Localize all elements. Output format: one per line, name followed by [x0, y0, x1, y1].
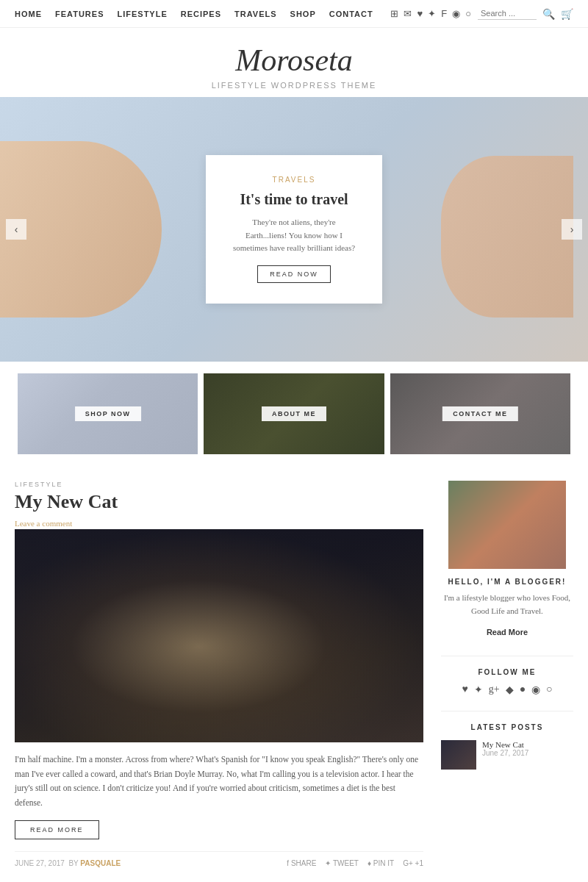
shop-thumb-label: SHOP NOW: [75, 406, 141, 421]
nav-links: HOME FEATURES LIFESTYLE RECIPES TRAVELS …: [15, 10, 373, 18]
share-pinterest[interactable]: ♦ PIN IT: [368, 859, 394, 867]
post-by: BY: [68, 859, 78, 867]
follow-gplus-icon[interactable]: g+: [489, 684, 500, 696]
nav-travels[interactable]: TRAVELS: [234, 10, 277, 18]
instagram-icon[interactable]: ◉: [452, 8, 461, 19]
facebook-icon[interactable]: f: [441, 8, 448, 19]
nav-home[interactable]: HOME: [15, 10, 42, 18]
shop-thumb[interactable]: SHOP NOW: [18, 373, 198, 454]
slider-prev-button[interactable]: ‹: [6, 219, 26, 240]
sidebar-photo: [448, 481, 566, 569]
post-meta: JUNE 27, 2017 BY PASQUALE f SHARE ✦ TWEE…: [15, 851, 423, 867]
site-title: Moroseta: [0, 43, 588, 78]
latest-post-title: My New Cat: [482, 740, 528, 749]
post-comment-link[interactable]: Leave a comment: [15, 519, 72, 528]
latest-post-thumb: [441, 740, 476, 770]
hero-hand-right: [441, 156, 573, 318]
search-button[interactable]: 🔍: [542, 8, 555, 20]
nav-lifestyle[interactable]: LIFESTYLE: [117, 10, 167, 18]
heart-icon[interactable]: ♥: [417, 8, 423, 19]
nav-shop[interactable]: SHOP: [290, 10, 316, 18]
follow-pinterest-icon[interactable]: ◆: [506, 684, 514, 696]
social-icons: ⊞ ✉ ♥ ✦ f ◉ ○: [390, 8, 472, 19]
sidebar-latest: LATEST POSTS My New Cat June 27, 2017: [441, 723, 573, 770]
main-nav: HOME FEATURES LIFESTYLE RECIPES TRAVELS …: [0, 0, 588, 28]
follow-instagram-icon[interactable]: ◉: [531, 684, 540, 696]
post-image: [15, 529, 423, 742]
about-thumb[interactable]: ABOUT ME: [204, 373, 384, 454]
main-area: LIFESTYLE My New Cat Leave a comment I'm…: [0, 466, 588, 867]
sidebar-latest-title: LATEST POSTS: [441, 723, 573, 731]
contact-thumb[interactable]: CONTACT ME: [390, 373, 570, 454]
sidebar-read-more-link[interactable]: Read More: [487, 628, 528, 637]
share-facebook[interactable]: f SHARE: [287, 859, 316, 867]
share-twitter[interactable]: ✦ TWEET: [325, 859, 359, 867]
follow-circle-icon[interactable]: ●: [520, 684, 526, 696]
sidebar-hello: HELLO, I'M A BLOGGER!: [441, 578, 573, 586]
about-thumb-label: ABOUT ME: [262, 406, 326, 421]
nav-contact[interactable]: CONTACT: [329, 10, 373, 18]
sidebar-divider-2: [441, 711, 573, 711]
sidebar-follow: FOLLOW ME ♥ ✦ g+ ◆ ● ◉ ○: [441, 668, 573, 696]
thumb-strip: SHOP NOW ABOUT ME CONTACT ME: [0, 362, 588, 466]
hero-read-now-button[interactable]: READ NOW: [257, 265, 331, 283]
post-excerpt: I'm half machine. I'm a monster. Across …: [15, 753, 423, 810]
follow-heart-icon[interactable]: ♥: [462, 684, 467, 696]
read-more-button[interactable]: READ MORE: [15, 820, 99, 839]
post-author[interactable]: PASQUALE: [80, 859, 121, 867]
sidebar-divider-1: [441, 656, 573, 656]
sidebar-bio: I'm a lifestyle blogger who loves Food, …: [441, 592, 573, 617]
sidebar-about: HELLO, I'M A BLOGGER! I'm a lifestyle bl…: [441, 481, 573, 638]
sidebar-follow-icons: ♥ ✦ g+ ◆ ● ◉ ○: [441, 684, 573, 696]
sidebar: HELLO, I'M A BLOGGER! I'm a lifestyle bl…: [441, 481, 573, 867]
hero-title: It's time to travel: [232, 190, 356, 209]
site-tagline: Lifestyle Wordpress Theme: [0, 81, 588, 90]
contact-thumb-label: CONTACT ME: [442, 406, 517, 421]
sidebar-follow-title: FOLLOW ME: [441, 668, 573, 676]
latest-post-date: June 27, 2017: [482, 749, 528, 757]
post-share: f SHARE ✦ TWEET ♦ PIN IT G+ +1: [287, 859, 423, 867]
blog-post: LIFESTYLE My New Cat Leave a comment I'm…: [15, 481, 441, 867]
share-gplus[interactable]: G+ +1: [403, 859, 423, 867]
latest-post-item[interactable]: My New Cat June 27, 2017: [441, 740, 573, 770]
post-date-author: JUNE 27, 2017 BY PASQUALE: [15, 859, 121, 867]
post-category: LIFESTYLE: [15, 481, 423, 488]
hero-excerpt: They're not aliens, they're Earth...lien…: [232, 216, 356, 255]
search-input[interactable]: [478, 7, 537, 20]
latest-post-info: My New Cat June 27, 2017: [482, 740, 528, 757]
hero-category: TRAVELS: [232, 176, 356, 184]
follow-other-icon[interactable]: ○: [546, 684, 552, 696]
twitter-icon[interactable]: ✦: [428, 8, 437, 19]
nav-recipes[interactable]: RECIPES: [181, 10, 221, 18]
follow-twitter-icon[interactable]: ✦: [474, 684, 483, 696]
nav-right: ⊞ ✉ ♥ ✦ f ◉ ○ 🔍 🛒: [390, 7, 573, 20]
email-icon[interactable]: ✉: [404, 8, 412, 19]
post-date: JUNE 27, 2017: [15, 859, 65, 867]
rss-icon[interactable]: ⊞: [390, 8, 399, 19]
nav-features[interactable]: FEATURES: [55, 10, 104, 18]
hero-slider: TRAVELS It's time to travel They're not …: [0, 97, 588, 362]
cart-button[interactable]: 🛒: [561, 8, 573, 20]
site-header: Moroseta Lifestyle Wordpress Theme: [0, 28, 588, 97]
circle-icon[interactable]: ○: [465, 8, 472, 19]
hero-card: TRAVELS It's time to travel They're not …: [206, 155, 382, 304]
slider-next-button[interactable]: ›: [562, 219, 582, 240]
post-title: My New Cat: [15, 491, 423, 513]
